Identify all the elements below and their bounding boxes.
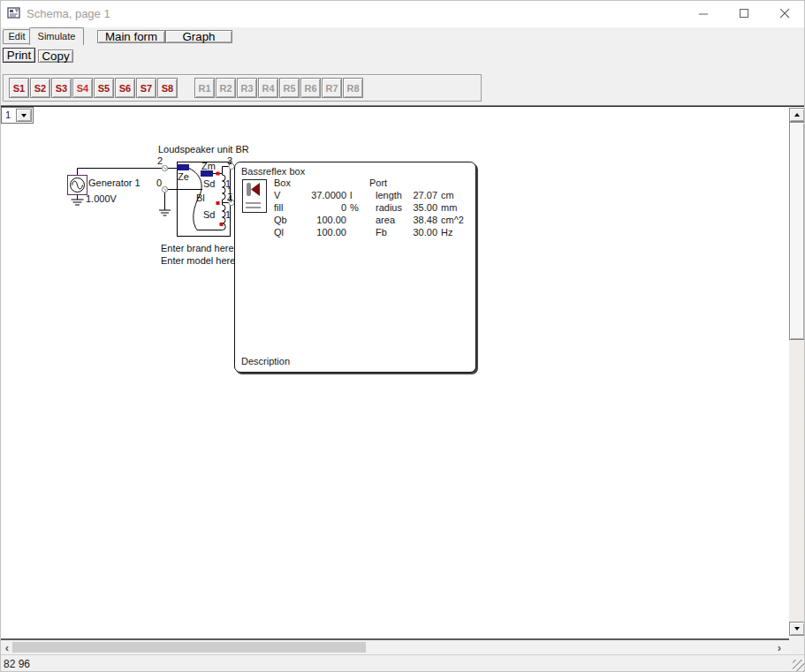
param-row: fill 0 % radius 35.00 mm	[235, 202, 475, 215]
bassreflex-title: Bassreflex box	[241, 166, 305, 177]
param-value: 38.48	[379, 215, 437, 225]
close-button[interactable]	[764, 0, 805, 27]
maximize-button[interactable]	[724, 0, 764, 27]
ratio-bottom-label: 1	[225, 209, 231, 220]
param-unit: %	[350, 202, 359, 213]
param-value: 0	[288, 202, 346, 213]
param-value: 37.0000	[288, 190, 346, 200]
param-label: V	[274, 190, 280, 200]
status-bar: 82 96	[0, 654, 805, 672]
unit-title-label: Loudspeaker unit BR	[158, 144, 249, 155]
page-selector-dropdown-button[interactable]	[16, 109, 32, 122]
param-row: V 37.0000 l length 27.07 cm	[235, 190, 475, 202]
port-header: Port	[369, 177, 387, 188]
sd-bottom-label: Sd	[203, 209, 215, 220]
bassreflex-panel[interactable]: Bassreflex box Box Port V 37.0000 l leng…	[234, 162, 476, 373]
terminal-dots	[216, 172, 224, 227]
minimize-button[interactable]	[683, 0, 724, 27]
r8-button[interactable]: R8	[343, 78, 363, 98]
param-unit: l	[350, 190, 352, 200]
horizontal-scrollbar-thumb[interactable]	[12, 642, 366, 653]
tab-edit[interactable]: Edit	[3, 29, 31, 44]
scroll-right-icon[interactable]: ›	[772, 640, 786, 654]
vertical-scrollbar[interactable]	[789, 108, 805, 636]
cursor-coordinates: 82 96	[4, 658, 30, 670]
vertical-scrollbar-thumb[interactable]	[789, 122, 805, 340]
param-label: Ql	[274, 227, 284, 238]
page-selector-value: 1	[5, 109, 11, 120]
ze-impedance-block	[177, 164, 189, 170]
r4-button[interactable]: R4	[258, 78, 278, 98]
box-header: Box	[274, 177, 291, 188]
scroll-up-button[interactable]	[789, 108, 805, 122]
resize-grip[interactable]	[793, 660, 804, 671]
node-4-label: 4	[227, 193, 232, 204]
graph-button[interactable]: Graph	[165, 30, 232, 43]
s8-button[interactable]: S8	[157, 78, 178, 98]
param-label: fill	[274, 202, 283, 213]
close-icon	[780, 9, 790, 19]
node-3-label: 3	[227, 155, 232, 166]
app-icon	[7, 6, 22, 21]
copy-button[interactable]: Copy	[38, 49, 73, 63]
generator-symbol[interactable]	[68, 176, 87, 206]
s5-button[interactable]: S5	[94, 78, 114, 98]
horizontal-scrollbar[interactable]: ‹ ›	[0, 640, 789, 654]
page-selector[interactable]: 1	[1, 107, 34, 124]
param-label: Qb	[274, 215, 287, 225]
scroll-down-icon	[794, 627, 800, 630]
generator-label: Generator 1	[88, 177, 140, 188]
param-row: Ql 100.00 Fb 30.00 Hz	[235, 227, 475, 239]
s4-button[interactable]: S4	[72, 78, 93, 98]
zm-impedance-block	[201, 170, 213, 177]
print-button[interactable]: Print	[3, 48, 35, 63]
param-unit: mm	[441, 202, 457, 213]
brand-line-label: Enter brand here	[161, 243, 234, 253]
param-value: 27.07	[379, 190, 437, 200]
node-2-label: 2	[157, 155, 163, 166]
param-value: 30.00	[379, 227, 437, 238]
scroll-up-icon	[794, 113, 800, 117]
r7-button[interactable]: R7	[322, 78, 342, 98]
model-line-label: Enter model here	[161, 255, 235, 266]
s1-button[interactable]: S1	[9, 78, 29, 98]
s6-button[interactable]: S6	[115, 78, 135, 98]
param-unit: Hz	[441, 227, 452, 238]
title-bar: Schema, page 1	[0, 0, 805, 27]
ground-symbol	[159, 210, 171, 215]
bl-label: Bl	[196, 193, 205, 203]
r3-button[interactable]: R3	[237, 78, 257, 98]
r2-button[interactable]: R2	[216, 78, 236, 98]
r1-button[interactable]: R1	[194, 78, 215, 98]
chevron-down-icon	[21, 114, 27, 117]
maximize-icon	[740, 9, 749, 19]
param-unit: cm	[441, 190, 454, 200]
r5-button[interactable]: R5	[279, 78, 300, 98]
s2-button[interactable]: S2	[30, 78, 50, 98]
s3-button[interactable]: S3	[51, 78, 72, 98]
scroll-down-button[interactable]	[789, 622, 805, 636]
schematic-canvas[interactable]: Loudspeaker unit BR 2 0 Generator 1 1.00…	[0, 108, 789, 640]
param-value: 100.00	[288, 227, 346, 238]
s7-button[interactable]: S7	[136, 78, 156, 98]
param-row: Qb 100.00 area 38.48 cm^2	[235, 215, 475, 227]
minimize-icon	[699, 9, 709, 19]
param-value: 100.00	[288, 215, 346, 225]
window-title: Schema, page 1	[27, 7, 110, 20]
zm-label: Zm	[201, 161, 216, 171]
description-label: Description	[241, 356, 290, 366]
param-unit: cm^2	[441, 215, 464, 225]
param-value: 35.00	[379, 202, 437, 213]
main-form-button[interactable]: Main form	[97, 30, 165, 43]
node-0-label: 0	[156, 177, 162, 188]
generator-voltage: 1.000V	[86, 193, 117, 204]
sd-top-label: Sd	[203, 178, 215, 189]
ze-label: Ze	[178, 171, 189, 182]
r6-button[interactable]: R6	[300, 78, 321, 98]
tab-simulate[interactable]: Simulate	[29, 27, 84, 45]
